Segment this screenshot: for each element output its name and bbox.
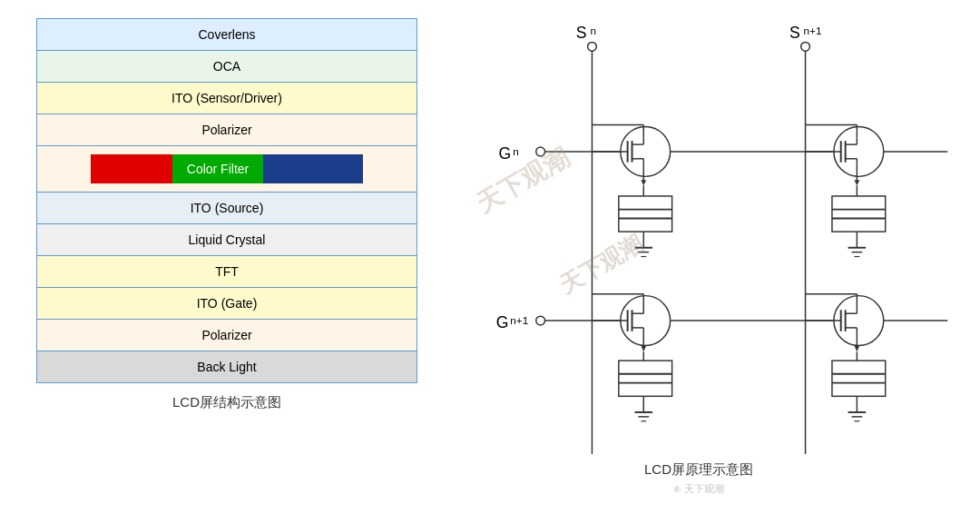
cf-green: Color Filter xyxy=(172,154,263,183)
svg-marker-46 xyxy=(854,180,859,185)
polarizer-top-label: Polarizer xyxy=(201,123,251,137)
ito-source-label: ITO (Source) xyxy=(191,201,264,215)
ito-gate-label: ITO (Gate) xyxy=(197,296,258,311)
svg-rect-65 xyxy=(619,361,672,396)
tft-label: TFT xyxy=(215,264,239,279)
right-caption: LCD屏原理示意图 xyxy=(644,461,753,479)
svg-text:n: n xyxy=(513,145,519,157)
left-panel: Coverlens OCA ITO (Sensor/Driver) Polari… xyxy=(27,18,426,411)
svg-marker-64 xyxy=(641,345,646,351)
svg-marker-82 xyxy=(854,345,859,351)
ito-sensor-label: ITO (Sensor/Driver) xyxy=(172,91,282,105)
svg-point-14 xyxy=(536,316,545,325)
layer-ito-sensor: ITO (Sensor/Driver) xyxy=(37,83,416,114)
layer-ito-source: ITO (Source) xyxy=(37,193,416,224)
watermark-text: ⊕ 天下观潮 xyxy=(673,482,724,496)
svg-text:G: G xyxy=(499,144,512,163)
liquid-crystal-label: Liquid Crystal xyxy=(189,232,266,247)
svg-point-5 xyxy=(588,42,597,51)
svg-marker-26 xyxy=(641,180,646,185)
cf-red xyxy=(91,154,172,183)
polarizer-bottom-label: Polarizer xyxy=(201,328,251,342)
svg-rect-47 xyxy=(832,196,886,232)
circuit-diagram: 天下观潮 S n S n+1 G xyxy=(445,18,953,454)
svg-rect-27 xyxy=(619,196,672,232)
watermark-caption: ⊕ 天下观潮 xyxy=(673,482,724,496)
svg-text:天下观潮: 天下观潮 xyxy=(554,231,646,299)
layer-coverlens: Coverlens xyxy=(37,19,416,51)
backlight-label: Back Light xyxy=(197,360,256,374)
layer-color-filter: Color Filter xyxy=(37,146,416,193)
svg-point-11 xyxy=(536,147,545,156)
svg-text:n: n xyxy=(590,25,596,36)
layer-liquid-crystal: Liquid Crystal xyxy=(37,224,416,256)
svg-text:n+1: n+1 xyxy=(510,314,528,326)
svg-point-8 xyxy=(801,42,810,51)
svg-text:S: S xyxy=(789,24,800,42)
svg-rect-83 xyxy=(832,361,886,396)
right-panel: 天下观潮 S n S n+1 G xyxy=(445,18,953,496)
main-container: Coverlens OCA ITO (Sensor/Driver) Polari… xyxy=(27,18,953,496)
layer-oca: OCA xyxy=(37,51,416,83)
cf-blue xyxy=(263,154,363,183)
cf-green-label: Color Filter xyxy=(187,162,249,176)
layer-ito-gate: ITO (Gate) xyxy=(37,288,416,320)
sn-label: S xyxy=(576,24,587,42)
circuit-svg: S n S n+1 G n G n+1 xyxy=(445,18,953,454)
coverlens-label: Coverlens xyxy=(198,27,255,42)
left-caption: LCD屏结构示意图 xyxy=(172,394,281,411)
layer-polarizer-bottom: Polarizer xyxy=(37,320,416,351)
oca-label: OCA xyxy=(213,59,240,74)
layer-backlight: Back Light xyxy=(37,351,416,382)
layer-polarizer-top: Polarizer xyxy=(37,114,416,146)
layer-tft: TFT xyxy=(37,256,416,288)
svg-text:G: G xyxy=(496,313,509,331)
layer-stack: Coverlens OCA ITO (Sensor/Driver) Polari… xyxy=(36,18,417,383)
svg-text:n+1: n+1 xyxy=(804,25,822,36)
